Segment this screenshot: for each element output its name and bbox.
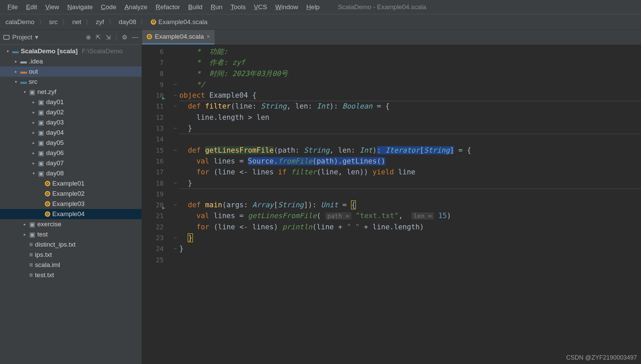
crumb-file[interactable]: OExample04.scala [149, 18, 209, 26]
code-line[interactable]: def getLinesFromFile(path: String, len: … [179, 145, 641, 156]
tree-file[interactable]: ≡scala.iml [0, 260, 142, 270]
code-line[interactable] [179, 189, 641, 199]
chevron-down-icon[interactable]: ▾ [14, 79, 18, 84]
menu-refactor[interactable]: Refactor [152, 2, 183, 12]
menu-edit[interactable]: Edit [23, 2, 41, 12]
sidebar-header: Project ▾ ⊕ ⇱ ⇲ | ⚙ — [0, 30, 142, 45]
close-icon[interactable]: × [207, 34, 210, 40]
fold-column[interactable]: ⌐⌐⌐⌐⌐⌐⌐⌐⌐ [172, 46, 179, 265]
code-line[interactable]: for (line <- lines if filter(line, len))… [179, 167, 641, 177]
menu-window[interactable]: Window [272, 2, 302, 12]
chevron-down-icon[interactable]: ▾ [31, 171, 36, 176]
crumb-net[interactable]: net [70, 18, 83, 26]
scala-object-icon: O [45, 181, 50, 186]
menu-bar: FileEditViewNavigateCodeAnalyzeRefactorB… [0, 0, 641, 14]
project-tree[interactable]: ▾ ▬ ScalaDemo [scala] F:\ScalaDemo ▸ ▬ .… [0, 45, 142, 364]
tree-exercise[interactable]: ▸ ▣ exercise [0, 219, 142, 229]
code-line[interactable]: } [179, 178, 641, 189]
code-line[interactable] [179, 134, 641, 145]
code-body[interactable]: * 功能: * 作者: zyf * 时间: 2023年03月00号 */obje… [179, 46, 641, 265]
menu-tools[interactable]: Tools [227, 2, 249, 12]
chevron-right-icon[interactable]: ▸ [22, 232, 27, 237]
tree-file[interactable]: ≡ips.txt [0, 250, 142, 260]
chevron-right-icon[interactable]: ▸ [14, 59, 18, 64]
code-line[interactable]: line.length > len [179, 112, 641, 123]
tree-day02[interactable]: ▸▣day02 [0, 107, 142, 117]
tree-day05[interactable]: ▸▣day05 [0, 138, 142, 148]
sidebar-title[interactable]: Project [12, 34, 32, 41]
crumb-zyf[interactable]: zyf [94, 18, 106, 26]
tree-pkg[interactable]: ▾ ▣ net.zyf [0, 87, 142, 97]
code-line[interactable]: def filter(line: String, len: Int): Bool… [179, 101, 641, 112]
chevron-right-icon[interactable]: ▸ [31, 151, 36, 155]
expand-all-icon[interactable]: ⇱ [96, 34, 101, 41]
gear-icon[interactable]: ⚙ [122, 34, 127, 41]
crumb-src[interactable]: src [47, 18, 60, 26]
menu-navigate[interactable]: Navigate [64, 2, 96, 12]
tree-day01[interactable]: ▸▣day01 [0, 97, 142, 107]
code-line[interactable]: def main(args: Array[String]): Unit = { [179, 199, 641, 210]
chevron-right-icon[interactable]: ▸ [31, 100, 36, 104]
tree-example02[interactable]: OExample02 [0, 189, 142, 199]
chevron-right-icon[interactable]: ▸ [31, 161, 36, 166]
chevron-right-icon[interactable]: ▸ [31, 120, 36, 125]
code-line[interactable] [179, 254, 641, 265]
tree-file[interactable]: ≡test.txt [0, 270, 142, 280]
code-line[interactable]: * 时间: 2023年03月00号 [179, 68, 641, 79]
chevron-right-icon: 〉 [39, 18, 45, 26]
chevron-right-icon[interactable]: ▸ [14, 69, 18, 74]
divider: | [115, 34, 117, 41]
tree-example03[interactable]: OExample03 [0, 199, 142, 209]
menu-view[interactable]: View [42, 2, 62, 12]
editor-tab[interactable]: O Example04.scala × [142, 30, 215, 44]
tree-root[interactable]: ▾ ▬ ScalaDemo [scala] F:\ScalaDemo [0, 46, 142, 56]
tree-day06[interactable]: ▸▣day06 [0, 148, 142, 158]
code-line[interactable]: } [179, 243, 641, 254]
breadcrumb: calaDemo〉 src〉 net〉 zyf〉 day08〉 OExample… [0, 14, 641, 30]
collapse-all-icon[interactable]: ⇲ [106, 34, 111, 41]
tree-idea[interactable]: ▸ ▬ .idea [0, 56, 142, 66]
chevron-down-icon[interactable]: ▾ [5, 49, 10, 54]
menu-vcs[interactable]: VCS [251, 2, 271, 12]
code-line[interactable]: val lines = getLinesFromFile( path = "te… [179, 210, 641, 221]
code-line[interactable]: for (line <- lines) println(line + " " +… [179, 222, 641, 232]
menu-code[interactable]: Code [97, 2, 120, 12]
tree-day08[interactable]: ▾▣day08 [0, 168, 142, 178]
code-editor[interactable]: 678910▶11121314151617181920▶2122232425 ⌐… [142, 45, 641, 364]
menu-analyze[interactable]: Analyze [121, 2, 151, 12]
tree-test[interactable]: ▸ ▣ test [0, 229, 142, 240]
crumb-day08[interactable]: day08 [117, 18, 139, 26]
chevron-down-icon[interactable]: ▾ [22, 90, 27, 94]
code-line[interactable]: * 功能: [179, 46, 641, 57]
code-line[interactable]: * 作者: zyf [179, 57, 641, 68]
code-line[interactable]: */ [179, 79, 641, 90]
tree-day04[interactable]: ▸▣day04 [0, 128, 142, 138]
menu-file[interactable]: File [4, 2, 21, 12]
crumb-project[interactable]: calaDemo [3, 18, 37, 26]
select-opened-file-icon[interactable]: ⊕ [86, 34, 91, 41]
window-title: ScalaDemo - Example04.scala [338, 3, 426, 11]
tree-day07[interactable]: ▸▣day07 [0, 158, 142, 168]
code-line[interactable]: val lines = Source.fromFile(path).getLin… [179, 156, 641, 167]
menu-run[interactable]: Run [207, 2, 226, 12]
chevron-right-icon[interactable]: ▸ [31, 140, 36, 145]
tree-file[interactable]: ≡distinct_ips.txt [0, 240, 142, 250]
chevron-right-icon[interactable]: ▸ [22, 222, 27, 227]
code-line[interactable]: } [179, 123, 641, 134]
menu-build[interactable]: Build [185, 2, 206, 12]
chevron-down-icon[interactable]: ▾ [35, 33, 38, 41]
chevron-right-icon: 〉 [108, 18, 115, 26]
code-line[interactable]: } [179, 232, 641, 243]
chevron-right-icon[interactable]: ▸ [31, 130, 36, 135]
tree-day03[interactable]: ▸▣day03 [0, 117, 142, 128]
code-line[interactable]: object Example04 { [179, 90, 641, 101]
tree-out[interactable]: ▸ ▬ out [0, 66, 142, 77]
tree-example01[interactable]: OExample01 [0, 178, 142, 189]
chevron-right-icon[interactable]: ▸ [31, 110, 36, 115]
tree-example04[interactable]: OExample04 [0, 209, 142, 219]
menu-help[interactable]: Help [303, 2, 323, 12]
tree-src[interactable]: ▾ ▬ src [0, 77, 142, 87]
package-icon: ▣ [38, 129, 44, 137]
hide-icon[interactable]: — [132, 34, 138, 41]
file-icon: ≡ [29, 271, 33, 279]
